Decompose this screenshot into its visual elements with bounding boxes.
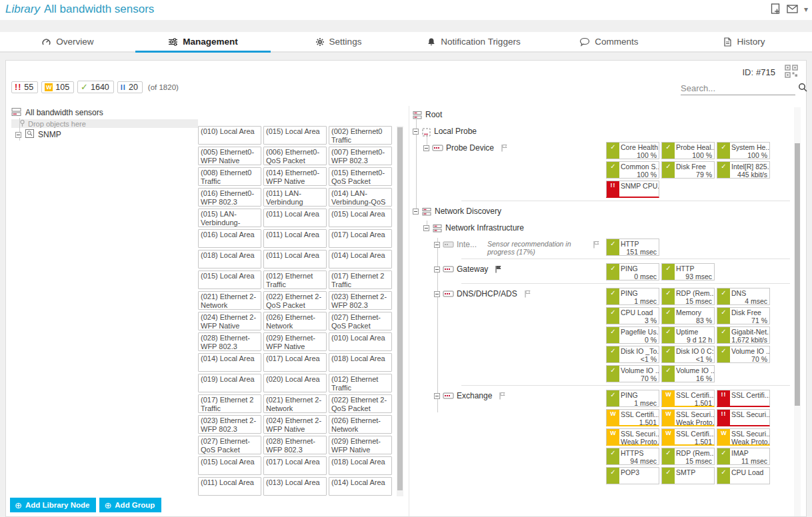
library-node-snmp[interactable]: SNMP bbox=[11, 129, 198, 140]
tile-grid-scrollbar[interactable] bbox=[397, 126, 403, 496]
collapse-toggle[interactable] bbox=[413, 209, 419, 215]
drop-target-hint[interactable]: Drop objects here bbox=[11, 119, 198, 128]
library-sensor-tile[interactable]: (024) Ethernet 2-WFP Native bbox=[263, 415, 327, 434]
library-sensor-tile[interactable]: (010) Local Area bbox=[198, 126, 261, 145]
library-sensor-tile[interactable]: (026) Ethernet-Network bbox=[263, 312, 327, 330]
sensor-tile[interactable]: ✓RDP (Rem...15 msec bbox=[661, 288, 715, 305]
node-label[interactable]: DNS/DHCP/ADS bbox=[457, 289, 517, 299]
sensor-tile[interactable]: ✓System He...100 % bbox=[717, 142, 770, 159]
library-sensor-tile[interactable]: (014) LAN-Verbindung-QoS bbox=[329, 188, 392, 207]
library-sensor-tile[interactable]: (015) LAN-Verbindung- bbox=[198, 209, 261, 227]
sensor-tile[interactable]: ✓RDP (Rem...15 msec bbox=[661, 448, 715, 465]
library-sensor-tile[interactable]: (023) Ethernet 2-WFP 802.3 bbox=[198, 415, 261, 434]
library-root-label[interactable]: All bandwidth sensors bbox=[25, 108, 103, 117]
badge-paused[interactable]: II20 bbox=[117, 81, 143, 93]
library-sensor-tile[interactable]: (021) Ethernet 2-Network bbox=[263, 394, 327, 413]
sensor-tile[interactable]: ✓PING0 msec bbox=[606, 263, 659, 280]
library-sensor-tile[interactable]: (005) Ethernet0-WFP Native bbox=[198, 147, 261, 165]
library-sensor-tile[interactable]: (026) Ethernet-Network bbox=[329, 415, 392, 434]
library-sensor-tile[interactable]: (016) Local Area bbox=[198, 229, 261, 248]
sensor-tile[interactable]: !!SNMP CPU... bbox=[606, 181, 659, 198]
library-sensor-tile[interactable]: (015) Ethernet0-QoS Packet bbox=[329, 167, 392, 186]
scrollbar-thumb[interactable] bbox=[795, 143, 800, 406]
library-sensor-tile[interactable]: (014) Local Area bbox=[329, 477, 392, 496]
library-sensor-tile[interactable]: (014) Local Area bbox=[329, 250, 392, 268]
sensor-tile[interactable]: ✓PING1 msec bbox=[606, 288, 659, 305]
library-sensor-tile[interactable]: (028) Ethernet-WFP 802.3 bbox=[263, 436, 327, 454]
node-label[interactable]: Inte... bbox=[457, 240, 477, 250]
tab-settings[interactable]: Settings bbox=[271, 32, 406, 51]
library-sensor-tile[interactable]: (012) Ethernet Traffic bbox=[263, 270, 327, 289]
sensor-tile[interactable]: ✓Volume IO ...16 % bbox=[661, 365, 715, 382]
sensor-tile[interactable]: ✓Core Health100 % bbox=[606, 142, 659, 159]
library-sensor-tile[interactable]: (011) LAN-Verbindung bbox=[263, 188, 327, 207]
sensor-tile[interactable]: ✓DNS4 msec bbox=[717, 288, 770, 305]
library-sensor-tile[interactable]: (021) Ethernet 2-Network bbox=[198, 291, 261, 310]
sensor-tile[interactable]: ✓Gigabit-Net...1,672 kbit/s bbox=[717, 326, 770, 344]
sensor-tile[interactable]: ✓Disk Free71 % bbox=[717, 307, 770, 324]
node-label[interactable]: Exchange bbox=[457, 391, 492, 401]
library-sensor-tile[interactable]: (017) Local Area bbox=[263, 456, 327, 475]
library-sensor-tile[interactable]: (018) Local Area bbox=[198, 250, 261, 268]
node-label[interactable]: Probe Device bbox=[446, 143, 494, 153]
collapse-toggle[interactable] bbox=[434, 291, 440, 297]
sensor-tile[interactable]: ✓Disk IO 0 C:<1 % bbox=[661, 346, 715, 363]
library-sensor-tile[interactable]: (014) Local Area bbox=[198, 353, 261, 372]
badge-down[interactable]: !!55 bbox=[11, 81, 38, 93]
library-sensor-tile[interactable]: (007) Ethernet0-WFP 802.3 bbox=[329, 147, 392, 165]
sensor-tile[interactable]: !!SSL Securi... bbox=[717, 409, 770, 426]
add-object-icon[interactable] bbox=[771, 3, 781, 15]
collapse-toggle[interactable] bbox=[434, 393, 440, 399]
sensor-tile[interactable]: ✓Uptime9 d 12 h bbox=[661, 326, 715, 344]
library-sensor-tile[interactable]: (015) Local Area bbox=[198, 270, 261, 289]
library-sensor-tile[interactable]: (022) Ethernet 2-QoS Packet bbox=[329, 394, 392, 413]
badge-warning[interactable]: W105 bbox=[41, 81, 74, 93]
scrollbar-thumb[interactable] bbox=[397, 127, 403, 490]
library-sensor-tile[interactable]: (011) Local Area bbox=[263, 229, 327, 248]
collapse-toggle[interactable] bbox=[413, 129, 419, 135]
collapse-toggle[interactable] bbox=[434, 242, 440, 248]
sensor-tile[interactable]: ✓Intel[R] 825...445 kbit/s bbox=[717, 161, 770, 179]
search-icon[interactable] bbox=[798, 83, 807, 95]
library-sensor-tile[interactable]: (028) Ethernet-WFP 802.3 bbox=[198, 332, 261, 351]
flag-filled-icon[interactable] bbox=[495, 265, 502, 275]
node-label[interactable]: Root bbox=[425, 110, 442, 120]
caret-down-icon[interactable]: ▾ bbox=[804, 5, 808, 14]
library-sensor-tile[interactable]: (019) Local Area bbox=[198, 374, 261, 392]
library-sensor-tile[interactable]: (016) Ethernet0-WFP 802.3 bbox=[198, 188, 261, 207]
sensor-tile[interactable]: ✓Pagefile Us...0 % bbox=[606, 326, 659, 344]
library-sensor-tile[interactable]: (002) Ethernet0 Traffic bbox=[329, 126, 392, 145]
tab-comments[interactable]: Comments bbox=[541, 32, 677, 51]
node-label[interactable]: Local Probe bbox=[434, 127, 477, 137]
flag-outline-icon[interactable] bbox=[501, 144, 508, 154]
device-tree-scrollbar[interactable] bbox=[794, 107, 801, 516]
sensor-tile[interactable]: ✓HTTPS94 msec bbox=[606, 448, 659, 465]
sensor-tile[interactable]: WSSL Certifi...1,501 bbox=[661, 390, 715, 407]
node-label[interactable]: Network Discovery bbox=[435, 207, 501, 217]
sensor-tile[interactable]: ✓Probe Heal...100 % bbox=[661, 142, 715, 159]
sensor-tile[interactable]: ✓HTTP151 msec bbox=[606, 239, 659, 256]
sensor-tile[interactable]: ✓POP3 bbox=[606, 467, 659, 484]
search-input[interactable] bbox=[681, 82, 798, 95]
add-group-button[interactable]: ⊕Add Group bbox=[99, 498, 161, 512]
sensor-tile[interactable]: WSSL Certifi...1,501 bbox=[606, 409, 659, 426]
library-sensor-tile[interactable]: (027) Ethernet-QoS Packet bbox=[198, 436, 261, 454]
tab-management[interactable]: Management bbox=[135, 32, 271, 51]
library-sensor-tile[interactable]: (017) Ethernet 2 Traffic bbox=[329, 270, 392, 289]
flag-outline-icon[interactable] bbox=[593, 241, 600, 251]
node-label[interactable]: Network Infrastructure bbox=[445, 223, 524, 233]
library-sensor-tile[interactable]: (011) Local Area bbox=[198, 477, 261, 496]
badge-up[interactable]: ✓1640 bbox=[77, 81, 114, 93]
library-node-label[interactable]: SNMP bbox=[38, 130, 61, 139]
library-sensor-tile[interactable]: (014) Ethernet0-WFP Native bbox=[263, 167, 327, 186]
sensor-tile[interactable]: ✓Disk IO _To...<1 % bbox=[606, 346, 659, 363]
tab-notification-triggers[interactable]: Notification Triggers bbox=[406, 32, 541, 51]
email-icon[interactable] bbox=[787, 5, 798, 13]
sensor-tile[interactable]: ✓Memory83 % bbox=[661, 307, 715, 324]
library-sensor-tile[interactable]: (027) Ethernet-QoS Packet bbox=[329, 312, 392, 330]
node-label[interactable]: Gateway bbox=[457, 264, 488, 274]
library-sensor-tile[interactable]: (022) Ethernet 2-QoS Packet bbox=[263, 291, 327, 310]
sensor-tile[interactable]: WSSL Securi...Weak Proto... bbox=[661, 409, 715, 426]
library-sensor-tile[interactable]: (017) Local Area bbox=[263, 353, 327, 372]
sensor-tile[interactable]: ✓PING1 msec bbox=[606, 390, 659, 407]
